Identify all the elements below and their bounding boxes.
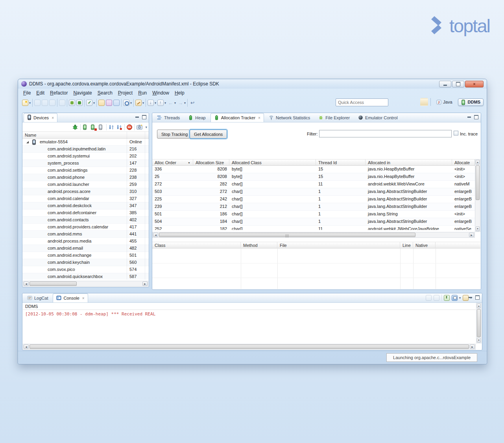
- last-edit-icon[interactable]: [189, 100, 196, 106]
- prev-annotation-icon[interactable]: [157, 100, 164, 106]
- maximize-view-icon[interactable]: [475, 295, 480, 300]
- process-row[interactable]: android.process.acore310: [22, 188, 149, 195]
- allocation-row[interactable]: 504184char[]1java.lang.AbstractStringBui…: [152, 218, 475, 226]
- menu-window[interactable]: Window: [150, 89, 172, 97]
- search-icon[interactable]: [123, 100, 129, 106]
- tab-network-statistics[interactable]: Network Statistics: [265, 113, 314, 122]
- process-row[interactable]: com.android.exchange501: [22, 252, 149, 259]
- next-annotation-icon[interactable]: [148, 100, 154, 106]
- allocation-row[interactable]: 252182char[]11android.webkit.JWebCoreJav…: [152, 226, 475, 230]
- scroll-down-icon[interactable]: ▼: [476, 226, 480, 231]
- scroll-right-icon[interactable]: ▶: [142, 282, 148, 286]
- column-header-class[interactable]: Class: [152, 242, 241, 248]
- stop-process-icon[interactable]: [127, 124, 132, 130]
- new-test-project-icon[interactable]: [106, 100, 112, 106]
- devices-hscrollbar[interactable]: ◀ ▶: [23, 281, 148, 287]
- dropdown-arrow-icon[interactable]: ▾: [142, 101, 144, 105]
- lint-icon[interactable]: [113, 100, 120, 106]
- process-row[interactable]: android.process.media455: [22, 238, 149, 245]
- menu-help[interactable]: Help: [172, 89, 187, 97]
- maximize-button[interactable]: [452, 81, 464, 87]
- scroll-down-icon[interactable]: ▼: [477, 338, 481, 343]
- back-icon[interactable]: [167, 100, 174, 106]
- screen-capture-icon[interactable]: [137, 124, 142, 130]
- tab-threads[interactable]: Threads: [153, 113, 183, 122]
- debug-process-icon[interactable]: [72, 124, 78, 130]
- scroll-thumb[interactable]: [476, 165, 480, 200]
- allocation-row[interactable]: 258208byte[]15java.nio.HeapByteBuffer<in…: [152, 173, 475, 181]
- print-icon[interactable]: [49, 100, 55, 106]
- allocation-row[interactable]: 272282char[]11android.webkit.WebViewCore…: [152, 181, 475, 188]
- profile-threads-icon[interactable]: [116, 124, 122, 130]
- filter-input[interactable]: [319, 130, 452, 137]
- scroll-thumb[interactable]: [30, 345, 469, 349]
- tab-heap[interactable]: Heap: [185, 113, 209, 122]
- minimize-view-icon[interactable]: [467, 117, 471, 118]
- new-project-icon[interactable]: [98, 100, 105, 106]
- column-header-size[interactable]: Allocation Size: [193, 159, 229, 166]
- process-row[interactable]: com.android.email482: [22, 245, 149, 252]
- console-hscrollbar[interactable]: ◀ ▶: [23, 344, 476, 350]
- allocation-row[interactable]: 225242char[]1java.lang.AbstractStringBui…: [152, 196, 475, 203]
- process-row[interactable]: com.android.deskclock347: [22, 202, 149, 209]
- process-row[interactable]: com.android.settings228: [22, 167, 149, 174]
- menu-navigate[interactable]: Navigate: [70, 89, 94, 97]
- perspective-ddms[interactable]: DDMS: [458, 98, 484, 106]
- tab-logcat[interactable]: LogCat: [24, 293, 52, 302]
- save-icon[interactable]: [34, 100, 41, 106]
- process-row[interactable]: system_process147: [22, 160, 149, 167]
- process-row[interactable]: com.android.contacts402: [22, 217, 149, 224]
- perspective-java[interactable]: JJava: [433, 98, 455, 106]
- terminate-icon[interactable]: [426, 295, 432, 301]
- dropdown-arrow-icon[interactable]: ▾: [164, 101, 166, 105]
- column-header-native[interactable]: Native: [413, 242, 436, 248]
- menu-refactor[interactable]: Refactor: [47, 89, 70, 97]
- view-menu-icon[interactable]: ▾: [145, 125, 147, 129]
- minimize-view-icon[interactable]: [135, 117, 139, 118]
- column-header-order[interactable]: Alloc Order▼: [152, 159, 193, 166]
- allocation-row[interactable]: 501186char[]1java.lang.String<init>: [152, 211, 475, 218]
- allocation-row[interactable]: 503272char[]1java.lang.AbstractStringBui…: [152, 188, 475, 196]
- new-wizard-icon[interactable]: [22, 100, 28, 106]
- process-row[interactable]: com.android.phone238: [22, 174, 149, 181]
- process-row[interactable]: com.android.keychain560: [22, 259, 149, 266]
- minimize-view-icon[interactable]: [469, 297, 472, 298]
- annotations-icon[interactable]: [135, 100, 142, 106]
- console-output[interactable]: DDMS [2012-10-05 00:30:08 - ddm-heap] **…: [23, 303, 476, 343]
- tab-emulator-control[interactable]: Emulator Control: [354, 113, 401, 122]
- dropdown-arrow-icon[interactable]: ▾: [459, 296, 461, 300]
- scroll-left-icon[interactable]: ◀: [24, 345, 29, 349]
- process-row[interactable]: com.svox.pico574: [22, 266, 149, 273]
- process-row[interactable]: com.android.inputmethod.latin216: [22, 146, 149, 153]
- menu-edit[interactable]: Edit: [33, 89, 47, 97]
- scroll-left-icon[interactable]: ◀: [24, 282, 29, 286]
- maximize-view-icon[interactable]: [474, 115, 478, 119]
- minimize-button[interactable]: [439, 81, 451, 87]
- column-header-allocated_in[interactable]: Allocated in: [366, 159, 452, 166]
- column-header-thread[interactable]: Thread Id: [316, 159, 366, 166]
- dump-hprof-icon[interactable]: [90, 124, 96, 130]
- menu-search[interactable]: Search: [95, 89, 115, 97]
- scroll-thumb[interactable]: [30, 282, 77, 286]
- display-console-icon[interactable]: [452, 295, 458, 301]
- menu-project[interactable]: Project: [115, 89, 135, 97]
- title-bar[interactable]: DDMS - org.apache.cordova.example.cordov…: [18, 79, 487, 89]
- dropdown-arrow-icon[interactable]: ▾: [93, 101, 95, 105]
- inc-trace-checkbox[interactable]: [454, 131, 458, 135]
- open-perspective-icon[interactable]: [420, 98, 428, 106]
- menu-file[interactable]: File: [20, 89, 33, 97]
- avd-manager-icon[interactable]: [76, 100, 83, 106]
- process-row[interactable]: com.android.calendar327: [22, 195, 149, 202]
- devices-name-column-header[interactable]: Name: [22, 132, 149, 139]
- process-row[interactable]: com.android.quicksearchbox587: [22, 273, 149, 280]
- close-button[interactable]: ×: [465, 81, 484, 87]
- column-header-file[interactable]: File: [277, 242, 400, 248]
- sdk-manager-icon[interactable]: [69, 100, 75, 106]
- process-row[interactable]: com.android.defcontainer385: [22, 209, 149, 217]
- process-row[interactable]: com.android.mms441: [22, 231, 149, 238]
- scroll-thumb[interactable]: [159, 233, 415, 237]
- remove-all-launches-icon[interactable]: [434, 295, 439, 301]
- column-header-method[interactable]: Allocate: [452, 159, 475, 166]
- open-console-icon[interactable]: [463, 295, 469, 301]
- process-row[interactable]: com.android.systemui202: [22, 153, 149, 160]
